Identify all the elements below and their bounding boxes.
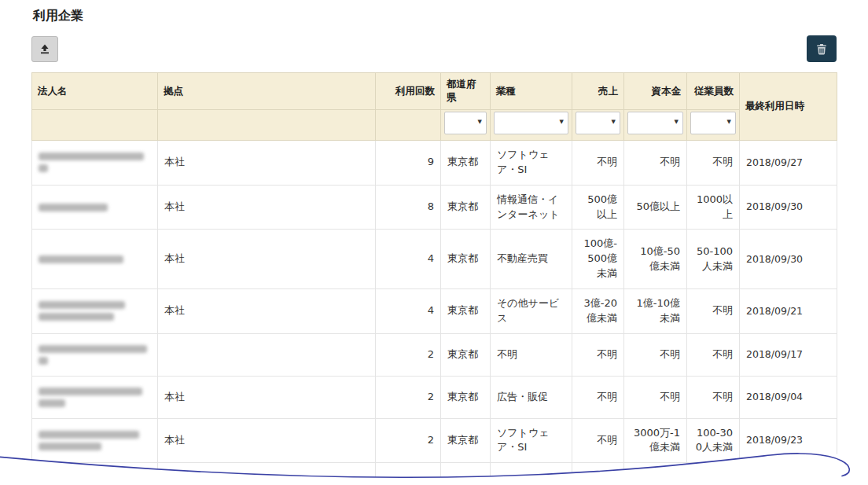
companies-table: 法人名拠点利用回数都道府県業種売上資本金従業員数最終利用日時▼▼▼▼▼ 本社9東… xyxy=(31,72,837,485)
cell-revenue xyxy=(572,463,624,485)
table-row: 本社4東京都その他サービス3億-20億未満1億-10億未満不明2018/09/2… xyxy=(32,288,837,333)
redacted-company-name xyxy=(39,301,125,309)
redacted-company-name xyxy=(39,204,108,211)
cell-employees: 不明 xyxy=(687,333,740,376)
trash-icon xyxy=(816,43,827,55)
col-header-prefecture: 都道府県 xyxy=(441,73,491,110)
cell-last_used: 2018/09/21 xyxy=(740,288,837,333)
redacted-company-name xyxy=(39,477,120,485)
cell-industry xyxy=(491,463,572,485)
col-header-revenue: 売上 xyxy=(572,73,624,110)
filter-industry-select[interactable] xyxy=(494,112,568,134)
cell-prefecture xyxy=(441,463,491,485)
table-header: 法人名拠点利用回数都道府県業種売上資本金従業員数最終利用日時▼▼▼▼▼ xyxy=(32,73,837,141)
cell-capital: 3000万-1億未満 xyxy=(624,418,687,463)
cell-last_used: 2018/09/30 xyxy=(740,185,837,230)
cell-last_used: 2018/09/17 xyxy=(740,333,837,376)
filter-employees-select[interactable] xyxy=(690,112,736,134)
cell-capital: 不明 xyxy=(624,376,687,418)
page-title: 利用企業 xyxy=(33,8,837,24)
cell-corporate_name xyxy=(32,463,158,485)
cell-last_used: 2018/09/30 xyxy=(740,230,837,289)
table-row: 本社2東京都ソフトウェア・SI不明3000万-1億未満100-300人未満201… xyxy=(32,418,837,463)
cell-last_used: 2018/09/04 xyxy=(740,376,837,418)
cell-capital xyxy=(624,463,687,485)
cell-prefecture: 東京都 xyxy=(441,288,491,333)
cell-revenue: 3億-20億未満 xyxy=(572,288,624,333)
table-body: 本社9東京都ソフトウェア・SI不明不明不明2018/09/27本社8東京都情報通… xyxy=(32,141,837,485)
filter-capital-select[interactable] xyxy=(627,112,683,134)
cell-employees xyxy=(687,463,740,485)
redacted-company-name xyxy=(39,388,142,395)
redacted-company-name xyxy=(39,164,48,172)
col-header-branch: 拠点 xyxy=(158,73,376,110)
cell-usage_count: 4 xyxy=(376,230,441,289)
cell-industry: ソフトウェア・SI xyxy=(491,141,572,186)
cell-branch: 本社 xyxy=(158,418,376,463)
cell-revenue: 不明 xyxy=(572,333,624,376)
cell-prefecture: 東京都 xyxy=(441,185,491,230)
cell-capital: 不明 xyxy=(624,141,687,186)
cell-usage_count xyxy=(376,463,441,485)
col-header-industry: 業種 xyxy=(491,73,572,110)
cell-industry: ソフトウェア・SI xyxy=(491,418,572,463)
cell-revenue: 500億以上 xyxy=(572,185,624,230)
table-row: 本社8東京都情報通信・インターネット500億以上50億以上1000以上2018/… xyxy=(32,185,837,230)
redacted-company-name xyxy=(39,431,139,439)
cell-revenue: 不明 xyxy=(572,418,624,463)
cell-usage_count: 2 xyxy=(376,376,441,418)
redacted-company-name xyxy=(39,399,65,407)
cell-prefecture: 東京都 xyxy=(441,418,491,463)
cell-employees: 50-100人未満 xyxy=(687,230,740,289)
filter-prefecture-select[interactable] xyxy=(444,112,487,134)
cell-corporate_name xyxy=(32,333,158,376)
cell-usage_count: 2 xyxy=(376,418,441,463)
cell-branch: 本社 xyxy=(158,141,376,186)
filter-revenue-select[interactable] xyxy=(576,112,620,134)
cell-industry: 不明 xyxy=(491,333,572,376)
cell-revenue: 100億-500億未満 xyxy=(572,230,624,289)
cell-last_used: 2018/09/27 xyxy=(740,141,837,186)
redacted-company-name xyxy=(39,357,48,365)
col-header-usage_count: 利用回数 xyxy=(376,73,441,110)
cell-branch xyxy=(158,333,376,376)
cell-revenue: 不明 xyxy=(572,376,624,418)
cell-branch: 本社 xyxy=(158,288,376,333)
redacted-company-name xyxy=(39,152,144,160)
cell-revenue: 不明 xyxy=(572,141,624,186)
cell-branch: 本社 xyxy=(158,230,376,289)
table-row: 本社4東京都不動産売買100億-500億未満10億-50億未満50-100人未満… xyxy=(32,230,837,289)
cell-usage_count: 2 xyxy=(376,333,441,376)
col-header-last_used: 最終利用日時 xyxy=(740,73,837,141)
toolbar xyxy=(31,35,837,62)
col-header-corporate_name: 法人名 xyxy=(32,73,158,110)
cell-employees: 不明 xyxy=(687,141,740,186)
cell-industry: 情報通信・インターネット xyxy=(491,185,572,230)
page: 利用企業 法人名拠点利用回数都道府県業種売上資本金従業員数最終利用日時▼▼▼▼▼… xyxy=(0,0,868,485)
cell-usage_count: 8 xyxy=(376,185,441,230)
cell-capital: 不明 xyxy=(624,333,687,376)
cell-usage_count: 4 xyxy=(376,288,441,333)
cell-employees: 不明 xyxy=(687,288,740,333)
export-button[interactable] xyxy=(31,36,58,62)
cell-corporate_name xyxy=(32,288,158,333)
cell-industry: その他サービス xyxy=(491,288,572,333)
cell-usage_count: 9 xyxy=(376,141,441,186)
cell-prefecture: 東京都 xyxy=(441,141,491,186)
cell-prefecture: 東京都 xyxy=(441,376,491,418)
redacted-company-name xyxy=(39,443,101,450)
col-header-capital: 資本金 xyxy=(624,73,687,110)
cell-prefecture: 東京都 xyxy=(441,230,491,289)
cell-branch: 本社 xyxy=(158,376,376,418)
cell-employees: 不明 xyxy=(687,376,740,418)
table-row: 2東京都不明不明不明不明2018/09/17 xyxy=(32,333,837,376)
cell-corporate_name xyxy=(32,418,158,463)
cell-corporate_name xyxy=(32,185,158,230)
cell-corporate_name xyxy=(32,230,158,289)
table-row xyxy=(32,463,837,485)
cell-industry: 不動産売買 xyxy=(491,230,572,289)
delete-button[interactable] xyxy=(807,35,837,62)
cell-last_used xyxy=(740,463,837,485)
cell-employees: 1000以上 xyxy=(687,185,740,230)
upload-icon xyxy=(39,43,51,55)
